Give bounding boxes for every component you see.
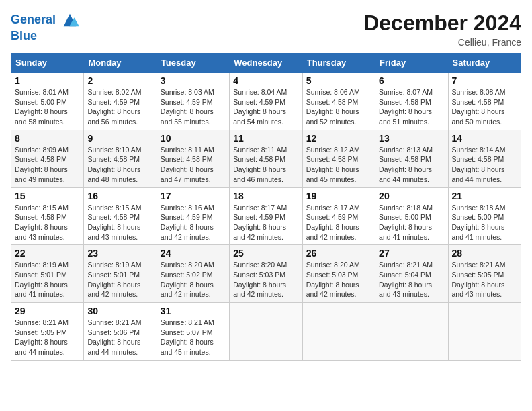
day-number: 4 bbox=[233, 75, 298, 86]
day-detail: Sunrise: 8:11 AMSunset: 4:58 PMDaylight:… bbox=[161, 145, 226, 185]
calendar-cell: 28Sunrise: 8:21 AMSunset: 5:05 PMDayligh… bbox=[448, 245, 521, 303]
column-header-monday: Monday bbox=[84, 54, 157, 73]
day-detail: Sunrise: 8:20 AMSunset: 5:02 PMDaylight:… bbox=[161, 260, 226, 300]
day-detail: Sunrise: 8:21 AMSunset: 5:07 PMDaylight:… bbox=[161, 318, 226, 357]
day-number: 13 bbox=[379, 133, 444, 144]
day-detail: Sunrise: 8:15 AMSunset: 4:58 PMDaylight:… bbox=[87, 203, 152, 242]
title-area: December 2024 Cellieu, France bbox=[363, 11, 521, 48]
day-detail: Sunrise: 8:21 AMSunset: 5:06 PMDaylight:… bbox=[87, 318, 152, 357]
day-detail: Sunrise: 8:14 AMSunset: 4:58 PMDaylight:… bbox=[452, 145, 517, 185]
day-number: 5 bbox=[306, 75, 371, 86]
calendar-cell: 23Sunrise: 8:19 AMSunset: 5:01 PMDayligh… bbox=[84, 245, 157, 303]
column-header-sunday: Sunday bbox=[11, 54, 84, 73]
calendar-cell: 10Sunrise: 8:11 AMSunset: 4:58 PMDayligh… bbox=[157, 130, 229, 187]
calendar-cell: 6Sunrise: 8:07 AMSunset: 4:58 PMDaylight… bbox=[375, 73, 448, 130]
day-detail: Sunrise: 8:12 AMSunset: 4:58 PMDaylight:… bbox=[306, 145, 371, 185]
day-detail: Sunrise: 8:17 AMSunset: 4:59 PMDaylight:… bbox=[233, 203, 298, 242]
day-number: 18 bbox=[233, 191, 298, 201]
day-number: 15 bbox=[15, 191, 80, 201]
column-header-thursday: Thursday bbox=[302, 54, 375, 73]
day-number: 30 bbox=[87, 306, 152, 316]
day-detail: Sunrise: 8:20 AMSunset: 5:03 PMDaylight:… bbox=[233, 260, 298, 300]
day-detail: Sunrise: 8:21 AMSunset: 5:05 PMDaylight:… bbox=[15, 318, 80, 357]
day-detail: Sunrise: 8:03 AMSunset: 4:59 PMDaylight:… bbox=[161, 87, 226, 127]
day-detail: Sunrise: 8:19 AMSunset: 5:01 PMDaylight:… bbox=[15, 260, 80, 300]
day-number: 23 bbox=[87, 248, 152, 259]
day-number: 10 bbox=[161, 133, 226, 144]
day-number: 20 bbox=[379, 191, 444, 201]
day-detail: Sunrise: 8:17 AMSunset: 4:59 PMDaylight:… bbox=[306, 203, 371, 242]
calendar-cell: 14Sunrise: 8:14 AMSunset: 4:58 PMDayligh… bbox=[448, 130, 521, 187]
day-number: 25 bbox=[233, 248, 298, 259]
day-detail: Sunrise: 8:10 AMSunset: 4:58 PMDaylight:… bbox=[87, 145, 152, 185]
day-number: 2 bbox=[87, 75, 152, 86]
calendar-cell: 9Sunrise: 8:10 AMSunset: 4:58 PMDaylight… bbox=[84, 130, 157, 187]
day-number: 6 bbox=[379, 75, 444, 86]
day-detail: Sunrise: 8:21 AMSunset: 5:05 PMDaylight:… bbox=[452, 260, 517, 300]
day-number: 7 bbox=[452, 75, 517, 86]
column-header-wednesday: Wednesday bbox=[230, 54, 302, 73]
day-number: 26 bbox=[306, 248, 371, 259]
calendar-cell: 1Sunrise: 8:01 AMSunset: 5:00 PMDaylight… bbox=[11, 73, 84, 130]
calendar-cell: 7Sunrise: 8:08 AMSunset: 4:58 PMDaylight… bbox=[448, 73, 521, 130]
day-number: 12 bbox=[306, 133, 371, 144]
column-header-saturday: Saturday bbox=[448, 54, 521, 73]
day-detail: Sunrise: 8:07 AMSunset: 4:58 PMDaylight:… bbox=[379, 87, 444, 127]
day-number: 9 bbox=[87, 133, 152, 144]
calendar-week-5: 29Sunrise: 8:21 AMSunset: 5:05 PMDayligh… bbox=[11, 303, 521, 361]
day-number: 14 bbox=[452, 133, 517, 144]
calendar-cell: 17Sunrise: 8:16 AMSunset: 4:59 PMDayligh… bbox=[157, 187, 229, 245]
day-number: 31 bbox=[161, 306, 226, 316]
day-detail: Sunrise: 8:06 AMSunset: 4:58 PMDaylight:… bbox=[306, 87, 371, 127]
day-number: 24 bbox=[161, 248, 226, 259]
calendar-week-3: 15Sunrise: 8:15 AMSunset: 4:58 PMDayligh… bbox=[11, 187, 521, 245]
calendar-week-1: 1Sunrise: 8:01 AMSunset: 5:00 PMDaylight… bbox=[11, 73, 521, 130]
day-detail: Sunrise: 8:18 AMSunset: 5:00 PMDaylight:… bbox=[452, 203, 517, 242]
calendar-cell: 2Sunrise: 8:02 AMSunset: 4:59 PMDaylight… bbox=[84, 73, 157, 130]
day-detail: Sunrise: 8:20 AMSunset: 5:03 PMDaylight:… bbox=[306, 260, 371, 300]
calendar-cell: 24Sunrise: 8:20 AMSunset: 5:02 PMDayligh… bbox=[157, 245, 229, 303]
page-header: General Blue December 2024 Cellieu, Fran… bbox=[11, 11, 521, 48]
calendar-week-4: 22Sunrise: 8:19 AMSunset: 5:01 PMDayligh… bbox=[11, 245, 521, 303]
calendar-cell bbox=[302, 303, 375, 361]
day-number: 29 bbox=[15, 306, 80, 316]
day-number: 16 bbox=[87, 191, 152, 201]
day-detail: Sunrise: 8:11 AMSunset: 4:58 PMDaylight:… bbox=[233, 145, 298, 185]
calendar-cell: 11Sunrise: 8:11 AMSunset: 4:58 PMDayligh… bbox=[230, 130, 302, 187]
calendar-cell: 21Sunrise: 8:18 AMSunset: 5:00 PMDayligh… bbox=[448, 187, 521, 245]
calendar-table: SundayMondayTuesdayWednesdayThursdayFrid… bbox=[11, 53, 521, 361]
calendar-cell: 13Sunrise: 8:13 AMSunset: 4:58 PMDayligh… bbox=[375, 130, 448, 187]
calendar-cell: 31Sunrise: 8:21 AMSunset: 5:07 PMDayligh… bbox=[157, 303, 229, 361]
day-detail: Sunrise: 8:19 AMSunset: 5:01 PMDaylight:… bbox=[87, 260, 152, 300]
day-detail: Sunrise: 8:08 AMSunset: 4:58 PMDaylight:… bbox=[452, 87, 517, 127]
calendar-cell: 22Sunrise: 8:19 AMSunset: 5:01 PMDayligh… bbox=[11, 245, 84, 303]
day-number: 21 bbox=[452, 191, 517, 201]
calendar-cell: 4Sunrise: 8:04 AMSunset: 4:59 PMDaylight… bbox=[230, 73, 302, 130]
logo-icon bbox=[60, 11, 79, 30]
logo-line2: Blue bbox=[11, 30, 79, 43]
day-number: 19 bbox=[306, 191, 371, 201]
logo-text: General bbox=[11, 11, 79, 30]
calendar-cell: 20Sunrise: 8:18 AMSunset: 5:00 PMDayligh… bbox=[375, 187, 448, 245]
header-row: SundayMondayTuesdayWednesdayThursdayFrid… bbox=[11, 54, 521, 73]
day-detail: Sunrise: 8:18 AMSunset: 5:00 PMDaylight:… bbox=[379, 203, 444, 242]
location: Cellieu, France bbox=[363, 37, 521, 48]
day-number: 8 bbox=[15, 133, 80, 144]
day-number: 28 bbox=[452, 248, 517, 259]
day-number: 1 bbox=[15, 75, 80, 86]
calendar-cell: 16Sunrise: 8:15 AMSunset: 4:58 PMDayligh… bbox=[84, 187, 157, 245]
day-detail: Sunrise: 8:16 AMSunset: 4:59 PMDaylight:… bbox=[161, 203, 226, 242]
day-number: 17 bbox=[161, 191, 226, 201]
day-detail: Sunrise: 8:01 AMSunset: 5:00 PMDaylight:… bbox=[15, 87, 80, 127]
day-detail: Sunrise: 8:15 AMSunset: 4:58 PMDaylight:… bbox=[15, 203, 80, 242]
calendar-cell: 26Sunrise: 8:20 AMSunset: 5:03 PMDayligh… bbox=[302, 245, 375, 303]
calendar-cell: 19Sunrise: 8:17 AMSunset: 4:59 PMDayligh… bbox=[302, 187, 375, 245]
calendar-cell: 18Sunrise: 8:17 AMSunset: 4:59 PMDayligh… bbox=[230, 187, 302, 245]
day-number: 3 bbox=[161, 75, 226, 86]
day-detail: Sunrise: 8:02 AMSunset: 4:59 PMDaylight:… bbox=[87, 87, 152, 127]
calendar-cell: 5Sunrise: 8:06 AMSunset: 4:58 PMDaylight… bbox=[302, 73, 375, 130]
calendar-cell: 3Sunrise: 8:03 AMSunset: 4:59 PMDaylight… bbox=[157, 73, 229, 130]
calendar-cell: 8Sunrise: 8:09 AMSunset: 4:58 PMDaylight… bbox=[11, 130, 84, 187]
calendar-cell: 27Sunrise: 8:21 AMSunset: 5:04 PMDayligh… bbox=[375, 245, 448, 303]
calendar-cell: 30Sunrise: 8:21 AMSunset: 5:06 PMDayligh… bbox=[84, 303, 157, 361]
